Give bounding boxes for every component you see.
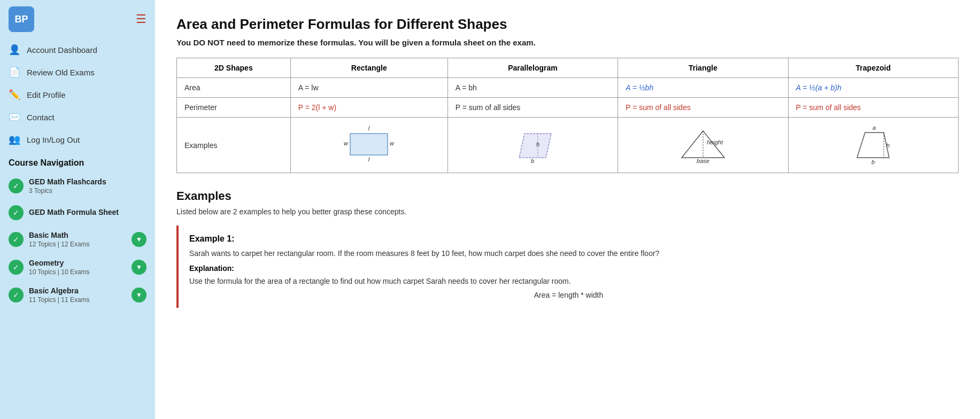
cell-area-parallelogram: A = bh — [447, 78, 618, 98]
cell-shape-rectangle: l w w l — [290, 118, 447, 173]
course-meta: 12 Topics | 12 Exams — [29, 240, 126, 248]
course-item-formula-sheet[interactable]: ✓ GED Math Formula Sheet — [0, 200, 155, 226]
course-item-flashcards[interactable]: ✓ GED Math Flashcards 3 Topics — [0, 172, 155, 200]
svg-text:l: l — [368, 125, 370, 131]
main-content: Area and Perimeter Formulas for Differen… — [155, 0, 980, 419]
course-name: GED Math Flashcards — [29, 177, 146, 186]
course-item-geometry[interactable]: ✓ Geometry 10 Topics | 10 Exams ▼ — [0, 253, 155, 281]
mail-icon: ✉️ — [9, 111, 20, 123]
col-header-2d: 2D Shapes — [177, 58, 291, 78]
users-icon: 👥 — [9, 134, 20, 145]
svg-rect-0 — [350, 134, 388, 155]
table-row-area: Area A = lw A = bh A = ½bh A = ½(a + b)h — [177, 78, 959, 98]
col-header-parallelogram: Parallelogram — [447, 58, 618, 78]
example-1-label: Example 1: — [189, 234, 948, 244]
svg-text:w: w — [390, 140, 395, 146]
svg-text:a: a — [873, 125, 876, 131]
cell-area-trapezoid: A = ½(a + b)h — [788, 78, 958, 98]
page-title: Area and Perimeter Formulas for Differen… — [176, 16, 959, 33]
course-name: Basic Math — [29, 231, 126, 239]
sidebar: BP ☰ 👤 Account Dashboard 📄 Review Old Ex… — [0, 0, 155, 419]
examples-section-title: Examples — [176, 189, 959, 203]
hamburger-button[interactable]: ☰ — [136, 13, 146, 25]
example-1-problem: Sarah wants to carpet her rectangular ro… — [189, 249, 948, 258]
course-navigation-title: Course Navigation — [0, 151, 155, 172]
course-expand-icon[interactable]: ▼ — [132, 232, 146, 247]
svg-text:height: height — [707, 139, 723, 145]
document-icon: 📄 — [9, 66, 20, 78]
svg-text:b: b — [871, 159, 875, 165]
row-label-area: Area — [177, 78, 291, 98]
sidebar-item-label: Log In/Log Out — [27, 135, 80, 144]
course-meta: 3 Topics — [29, 187, 146, 195]
svg-text:l: l — [368, 156, 370, 162]
sidebar-header: BP ☰ — [0, 0, 155, 38]
svg-marker-5 — [519, 134, 551, 158]
account-icon: 👤 — [9, 44, 20, 56]
cell-shape-trapezoid: b a h — [788, 118, 958, 173]
cell-perimeter-parallelogram: P = sum of all sides — [447, 98, 618, 118]
sidebar-item-label: Review Old Exams — [27, 68, 95, 77]
course-check-icon: ✓ — [9, 205, 24, 220]
sidebar-item-account-dashboard[interactable]: 👤 Account Dashboard — [0, 38, 155, 61]
course-check-icon: ✓ — [9, 260, 24, 275]
formula-display: Area = length * width — [189, 291, 948, 299]
cell-area-triangle: A = ½bh — [618, 78, 788, 98]
svg-marker-13 — [857, 133, 889, 158]
formula-table: 2D Shapes Rectangle Parallelogram Triang… — [176, 58, 959, 173]
row-label-perimeter: Perimeter — [177, 98, 291, 118]
table-row-examples: Examples l w w l b — [177, 118, 959, 173]
cell-shape-parallelogram: b h — [447, 118, 618, 173]
sidebar-item-label: Contact — [27, 113, 55, 122]
svg-text:h: h — [536, 141, 539, 148]
explanation-text: Use the formula for the area of a rectan… — [189, 277, 948, 285]
col-header-rectangle: Rectangle — [290, 58, 447, 78]
course-check-icon: ✓ — [9, 288, 24, 302]
course-name: GED Math Formula Sheet — [29, 208, 146, 216]
table-row-perimeter: Perimeter P = 2(l + w) P = sum of all si… — [177, 98, 959, 118]
cell-perimeter-trapezoid: P = sum of all sides — [788, 98, 958, 118]
course-name: Geometry — [29, 259, 126, 267]
course-expand-icon[interactable]: ▼ — [132, 288, 146, 302]
page-subtitle: You DO NOT need to memorize these formul… — [176, 38, 959, 47]
course-item-basic-math[interactable]: ✓ Basic Math 12 Topics | 12 Exams ▼ — [0, 226, 155, 253]
course-name: Basic Algebra — [29, 286, 126, 295]
sidebar-item-label: Edit Profile — [27, 90, 66, 99]
sidebar-item-login-logout[interactable]: 👥 Log In/Log Out — [0, 128, 155, 151]
course-meta: 11 Topics | 11 Exams — [29, 296, 126, 304]
col-header-trapezoid: Trapezoid — [788, 58, 958, 78]
cell-perimeter-rectangle: P = 2(l + w) — [290, 98, 447, 118]
col-header-triangle: Triangle — [618, 58, 788, 78]
svg-text:b: b — [531, 158, 534, 164]
sidebar-item-review-old-exams[interactable]: 📄 Review Old Exams — [0, 61, 155, 83]
logo-icon: BP — [9, 6, 34, 32]
edit-icon: ✏️ — [9, 89, 20, 100]
cell-shape-triangle: base height — [618, 118, 788, 173]
svg-text:base: base — [697, 158, 709, 164]
cell-perimeter-triangle: P = sum of all sides — [618, 98, 788, 118]
sidebar-item-edit-profile[interactable]: ✏️ Edit Profile — [0, 83, 155, 106]
example-1-box: Example 1: Sarah wants to carpet her rec… — [176, 226, 959, 308]
svg-text:w: w — [344, 140, 349, 146]
course-meta: 10 Topics | 10 Exams — [29, 268, 126, 276]
course-check-icon: ✓ — [9, 232, 24, 247]
course-check-icon: ✓ — [9, 179, 24, 193]
cell-area-rectangle: A = lw — [290, 78, 447, 98]
course-expand-icon[interactable]: ▼ — [132, 260, 146, 275]
examples-intro: Listed below are 2 examples to help you … — [176, 207, 959, 216]
course-item-basic-algebra[interactable]: ✓ Basic Algebra 11 Topics | 11 Exams ▼ — [0, 281, 155, 309]
sidebar-item-label: Account Dashboard — [27, 45, 97, 55]
row-label-examples: Examples — [177, 118, 291, 173]
sidebar-item-contact[interactable]: ✉️ Contact — [0, 106, 155, 128]
explanation-label: Explanation: — [189, 264, 948, 273]
svg-text:h: h — [886, 142, 890, 149]
